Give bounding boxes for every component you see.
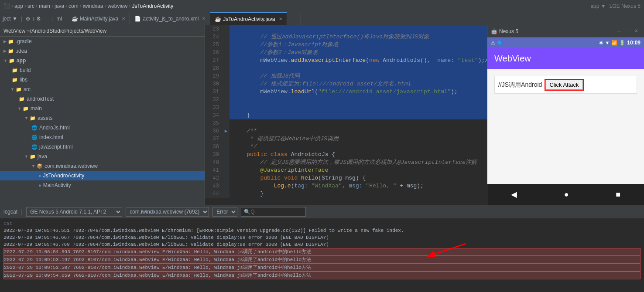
breadcrumb-iwindxaa[interactable]: iwindxaa: [83, 3, 103, 9]
sidebar-item-app[interactable]: ▼ 📁 app: [0, 56, 205, 65]
folder-icon: 📁: [16, 87, 22, 92]
sync-icon[interactable]: ⊕: [26, 16, 30, 22]
item-label: assets: [38, 115, 53, 121]
close-tab-mainactivity[interactable]: ✕: [122, 16, 125, 21]
code-line: 26 //参数2：Java对象名: [205, 49, 487, 57]
code-line: 40 // 定义JS需要调用的方法，被JS调用的方法必须加入@Javascrip…: [205, 159, 487, 166]
sidebar-item-mainactivity[interactable]: ● MainActivity: [0, 180, 205, 190]
code-line: 30 // 格式规定为:file:///android_asset/文件名.ht…: [205, 80, 487, 88]
breadcrumb-icon: ⬛: [3, 3, 10, 9]
sidebar-item-src[interactable]: ▼ 📁 src: [0, 85, 205, 94]
refresh-icon[interactable]: ↕: [32, 16, 34, 22]
home-nav-btn[interactable]: ●: [564, 190, 569, 199]
item-label: build: [20, 67, 31, 73]
search-icon: 🔍: [244, 209, 250, 215]
breadcrumb-webview[interactable]: webview: [107, 3, 127, 9]
logcat-header: cat: [3, 220, 641, 227]
log-line-3: 2022-07-29 10:05:46.769 7692-7964/com.iw…: [3, 241, 641, 248]
level-selector[interactable]: Error: [212, 207, 237, 217]
sidebar-item-build[interactable]: 📁 build: [0, 65, 205, 75]
arrow-icon: ▼: [10, 87, 14, 92]
device-label: app ▼: [590, 3, 606, 9]
sidebar: WebView ~/AndroidStudioProjects/WebView …: [0, 25, 205, 205]
breadcrumb-main[interactable]: main: [39, 3, 50, 9]
sidebar-item-javascript[interactable]: 🌐 javascript.html: [0, 142, 205, 152]
status-time: 10:09: [627, 40, 641, 46]
phone-panel: 🤖 Nexus 5 — □ ✕ ⚠ 🔷 ✱ ▼ 📶 🔋 10:09: [487, 25, 644, 205]
code-line: 29 // 加载JS代码: [205, 72, 487, 80]
java-icon2: ☕: [215, 16, 221, 22]
logcat-label: logcat: [3, 209, 17, 215]
project-dropdown[interactable]: ject ▼: [3, 16, 17, 22]
sidebar-item-jstoandro[interactable]: ● JsToAndroActivity: [0, 171, 205, 180]
sidebar-item-java[interactable]: ▼ 📁 java: [0, 152, 205, 161]
log-area[interactable]: cat 2022-07-29 10:05:46.551 7692-7948/co…: [0, 218, 644, 292]
breadcrumb-activity[interactable]: JsToAndroActivity: [132, 3, 173, 9]
breadcrumb-bar: ⬛ › app › src › main › java › com › iwin…: [0, 0, 644, 12]
item-label: main: [31, 105, 42, 112]
minimize-window-btn[interactable]: —: [617, 28, 623, 34]
back-nav-btn[interactable]: ◀: [511, 190, 517, 199]
folder-icon: 📁: [30, 115, 36, 121]
breadcrumb-app[interactable]: app: [14, 3, 23, 9]
item-label: .idea: [16, 48, 27, 54]
code-line: 39 public class AndroidtoJs {: [205, 151, 487, 159]
tab-label: MainActivity.java: [80, 16, 118, 22]
folder-icon: 📁: [8, 48, 14, 54]
package-selector[interactable]: com.iwindxaa.webview (7692): [126, 207, 209, 217]
tab-label: activity_js_to_andro.xml: [143, 16, 199, 22]
sidebar-item-assets[interactable]: ▼ 📁 assets: [0, 113, 205, 123]
close-tab-xml[interactable]: ✕: [202, 16, 206, 21]
recent-nav-btn[interactable]: ■: [616, 190, 620, 199]
log-line-2: 2022-07-29 10:05:46.667 7692-7964/com.iw…: [3, 234, 641, 241]
html-icon: 🌐: [31, 125, 38, 131]
item-label: src: [24, 86, 31, 92]
close-window-btn[interactable]: ✕: [634, 28, 641, 34]
sidebar-item-androjs[interactable]: 🌐 AndroJs.html: [0, 123, 205, 132]
sidebar-item-package[interactable]: ▼ 📦 com.iwindxaa.webview: [0, 161, 205, 171]
sidebar-item-main[interactable]: ▼ 📁 main: [0, 104, 205, 113]
code-content[interactable]: 23 24 // 通过addJavascriptInterface()将Java…: [205, 25, 487, 205]
folder-icon: 📁: [19, 96, 25, 102]
tab-xml[interactable]: 📄 activity_js_to_andro.xml ✕: [130, 12, 210, 25]
sidebar-item-index[interactable]: 🌐 index.html: [0, 132, 205, 142]
code-line: 34 }: [205, 112, 487, 119]
sidebar-item-libs[interactable]: 📁 libs: [0, 75, 205, 85]
device-selector[interactable]: GE Nexus 5 Android 7.1.1, API 2: [26, 207, 122, 217]
phone-title: Nexus 5: [499, 28, 617, 34]
warning-icon: ⚠: [491, 40, 495, 46]
main-area: WebView ~/AndroidStudioProjects/WebView …: [0, 25, 644, 205]
minimize-icon[interactable]: —: [43, 16, 48, 22]
breadcrumb-com[interactable]: com: [69, 3, 79, 9]
arrow-icon: ▶: [3, 49, 7, 53]
item-label: app: [17, 58, 26, 64]
search-input[interactable]: [250, 209, 303, 215]
tab-jstoandro[interactable]: ☕ JsToAndroActivity.java ✕: [210, 12, 287, 25]
flag-icon: 🔷: [497, 40, 503, 46]
phone-screen: ⚠ 🔷 ✱ ▼ 📶 🔋 10:09 WebView //JS调用Android …: [487, 37, 644, 205]
sidebar-item-idea[interactable]: ▶ 📁 .idea: [0, 46, 205, 56]
maximize-window-btn[interactable]: □: [626, 28, 632, 34]
close-tab-active[interactable]: ✕: [279, 17, 282, 21]
item-label: java: [38, 153, 47, 160]
sidebar-item-androidtest[interactable]: 📁 androidTest: [0, 94, 205, 104]
log-line-6: 2022-07-29 10:09:53.507 7692-8107/com.iw…: [3, 264, 641, 272]
arrow-icon: ▼: [24, 116, 28, 120]
arrow-icon: ▼: [31, 164, 35, 168]
breadcrumb-src[interactable]: src: [27, 3, 34, 9]
code-line: 24 // 通过addJavascriptInterface()将Java对象映…: [205, 33, 487, 41]
arrow-icon: ▶: [3, 39, 7, 44]
log-line-1: 2022-07-29 10:05:46.551 7692-7948/com.iw…: [3, 227, 641, 234]
tab-mainactivity[interactable]: ☕ MainActivity.java ✕: [67, 12, 130, 25]
main-toolbar: ject ▼ | ⊕ ↕ ⚙ — | ml ☕ MainActivity.jav…: [0, 12, 644, 25]
tab-extra[interactable]: ⋯: [287, 12, 301, 25]
battery-icon: 🔋: [619, 40, 625, 46]
breadcrumb-java[interactable]: java: [55, 3, 64, 9]
settings-icon[interactable]: ⚙: [36, 16, 41, 22]
sidebar-item-gradle[interactable]: ▶ 📁 .gradle: [0, 37, 205, 46]
statusbar-right-icons: ✱ ▼ 📶 🔋 10:09: [599, 40, 641, 46]
code-line: 23: [205, 25, 487, 33]
click-attack-button[interactable]: Click Attack: [545, 80, 582, 90]
phone-navbar: ◀ ● ■: [487, 184, 644, 205]
separator: |: [21, 208, 23, 216]
